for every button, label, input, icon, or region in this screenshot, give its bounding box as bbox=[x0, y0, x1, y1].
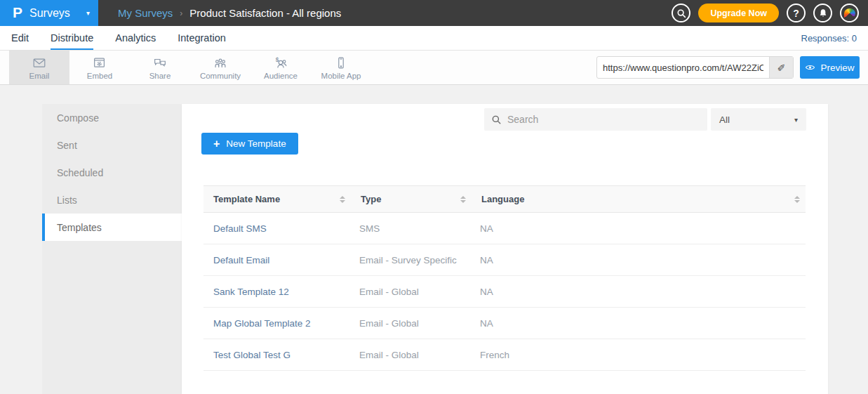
pencil-icon: ✎ bbox=[775, 63, 787, 72]
channel-email[interactable]: Email bbox=[9, 51, 69, 84]
distribute-toolbar: Email Embed Share Community $ Audience M… bbox=[0, 51, 868, 85]
sidebar-item-sent[interactable]: Sent bbox=[42, 131, 182, 159]
template-type: Email - Global bbox=[351, 350, 472, 360]
channel-label: Audience bbox=[264, 72, 298, 80]
template-type: Email - Global bbox=[351, 318, 472, 329]
new-template-label: New Template bbox=[226, 138, 286, 149]
channel-label: Share bbox=[149, 72, 171, 80]
help-button[interactable]: ? bbox=[787, 4, 806, 22]
page-title: Product Satisfaction - All regions bbox=[189, 7, 341, 19]
sidebar-item-templates[interactable]: Templates bbox=[42, 214, 182, 241]
magnifier-glyph bbox=[676, 8, 687, 19]
community-icon bbox=[213, 55, 228, 71]
survey-url-input[interactable] bbox=[597, 57, 769, 78]
bell-icon bbox=[818, 8, 828, 18]
search-input[interactable] bbox=[507, 114, 700, 125]
breadcrumb-separator-icon: › bbox=[180, 8, 182, 18]
template-name-link[interactable]: Map Global Template 2 bbox=[203, 318, 351, 329]
avatar[interactable] bbox=[840, 4, 859, 22]
breadcrumb-my-surveys[interactable]: My Surveys bbox=[118, 7, 173, 19]
preview-label: Preview bbox=[820, 63, 854, 73]
table-row[interactable]: Test Global Test G Email - Global French bbox=[203, 339, 806, 371]
channel-label: Email bbox=[29, 72, 50, 80]
channel-label: Embed bbox=[87, 72, 112, 80]
tab-edit[interactable]: Edit bbox=[11, 26, 29, 50]
template-language: NA bbox=[472, 287, 806, 297]
template-search bbox=[484, 108, 707, 131]
tab-analytics[interactable]: Analytics bbox=[115, 26, 156, 50]
template-name-link[interactable]: Default SMS bbox=[203, 223, 351, 234]
template-language: NA bbox=[472, 223, 806, 234]
table-row[interactable]: Map Global Template 2 Email - Global NA bbox=[203, 308, 806, 339]
sidebar-item-compose[interactable]: Compose bbox=[42, 104, 182, 131]
template-name-link[interactable]: Sank Template 12 bbox=[203, 287, 351, 297]
survey-url-field: ✎ bbox=[596, 56, 794, 79]
edit-url-button[interactable]: ✎ bbox=[769, 57, 793, 78]
table-row[interactable]: Default SMS SMS NA bbox=[203, 213, 806, 244]
filter-dropdown[interactable]: All ▾ bbox=[711, 108, 806, 131]
preview-button[interactable]: Preview bbox=[800, 56, 860, 79]
survey-nav: Edit Distribute Analytics Integration Re… bbox=[0, 26, 868, 51]
question-mark-icon: ? bbox=[793, 8, 799, 19]
table-header: Template Name Type Language bbox=[203, 185, 806, 213]
email-icon bbox=[32, 55, 47, 71]
column-label: Language bbox=[481, 194, 524, 204]
templates-panel: All ▾ + New Template Template Name Type … bbox=[182, 104, 828, 394]
mobile-app-icon bbox=[333, 55, 349, 71]
breadcrumb: My Surveys › Product Satisfaction - All … bbox=[118, 7, 341, 19]
plus-icon: + bbox=[213, 138, 220, 150]
product-label: Surveys bbox=[29, 7, 70, 20]
template-language: NA bbox=[472, 318, 806, 329]
audience-icon: $ bbox=[273, 55, 288, 71]
questionpro-logo: P bbox=[13, 5, 22, 20]
column-type: Type bbox=[351, 194, 472, 204]
search-icon bbox=[491, 114, 502, 125]
sort-icon[interactable] bbox=[794, 196, 800, 203]
nav-tabs: Edit Distribute Analytics Integration bbox=[0, 26, 226, 50]
templates-table: Template Name Type Language Default SMS … bbox=[203, 185, 806, 371]
template-type: SMS bbox=[351, 223, 472, 234]
channel-mobile-app[interactable]: Mobile App bbox=[311, 51, 371, 84]
template-language: NA bbox=[472, 255, 806, 265]
eye-icon bbox=[805, 64, 815, 71]
tab-integration[interactable]: Integration bbox=[178, 26, 226, 50]
notifications-button[interactable] bbox=[813, 4, 832, 22]
responses-count[interactable]: Responses: 0 bbox=[801, 26, 868, 50]
template-name-link[interactable]: Test Global Test G bbox=[203, 350, 351, 360]
channel-audience[interactable]: $ Audience bbox=[251, 51, 311, 84]
template-type: Email - Global bbox=[351, 287, 472, 297]
sidebar-item-scheduled[interactable]: Scheduled bbox=[42, 159, 182, 186]
header-actions: Upgrade Now ? bbox=[672, 4, 868, 22]
email-sidebar: Compose Sent Scheduled Lists Templates bbox=[42, 104, 182, 394]
column-language: Language bbox=[472, 194, 806, 204]
sort-icon[interactable] bbox=[340, 196, 345, 203]
sort-icon[interactable] bbox=[460, 196, 466, 203]
tab-distribute[interactable]: Distribute bbox=[51, 26, 93, 50]
upgrade-now-button[interactable]: Upgrade Now bbox=[698, 4, 779, 22]
filter-value: All bbox=[719, 114, 730, 125]
sidebar-item-lists[interactable]: Lists bbox=[42, 186, 182, 214]
new-template-button[interactable]: + New Template bbox=[201, 133, 298, 155]
channel-share[interactable]: Share bbox=[130, 51, 190, 84]
channel-community[interactable]: Community bbox=[190, 51, 251, 84]
column-label: Template Name bbox=[213, 194, 280, 204]
template-name-link[interactable]: Default Email bbox=[203, 255, 351, 265]
app-window: P Surveys ▾ My Surveys › Product Satisfa… bbox=[0, 0, 868, 394]
column-template-name: Template Name bbox=[203, 194, 351, 204]
table-row[interactable]: Sank Template 12 Email - Global NA bbox=[203, 276, 806, 308]
table-row[interactable]: Default Email Email - Survey Specific NA bbox=[203, 244, 806, 276]
share-icon bbox=[152, 55, 168, 71]
top-header: P Surveys ▾ My Surveys › Product Satisfa… bbox=[0, 0, 868, 26]
chevron-down-icon: ▾ bbox=[794, 116, 798, 124]
channel-label: Mobile App bbox=[321, 72, 361, 80]
embed-icon bbox=[92, 55, 107, 71]
template-type: Email - Survey Specific bbox=[351, 255, 472, 265]
search-icon[interactable] bbox=[672, 4, 690, 22]
template-language: French bbox=[472, 350, 806, 360]
column-label: Type bbox=[361, 194, 381, 204]
surveys-product-menu[interactable]: P Surveys ▾ bbox=[0, 0, 98, 26]
channel-embed[interactable]: Embed bbox=[69, 51, 130, 84]
channel-label: Community bbox=[200, 72, 241, 80]
chevron-down-icon: ▾ bbox=[86, 9, 90, 17]
avatar-gauge-icon bbox=[844, 8, 855, 18]
